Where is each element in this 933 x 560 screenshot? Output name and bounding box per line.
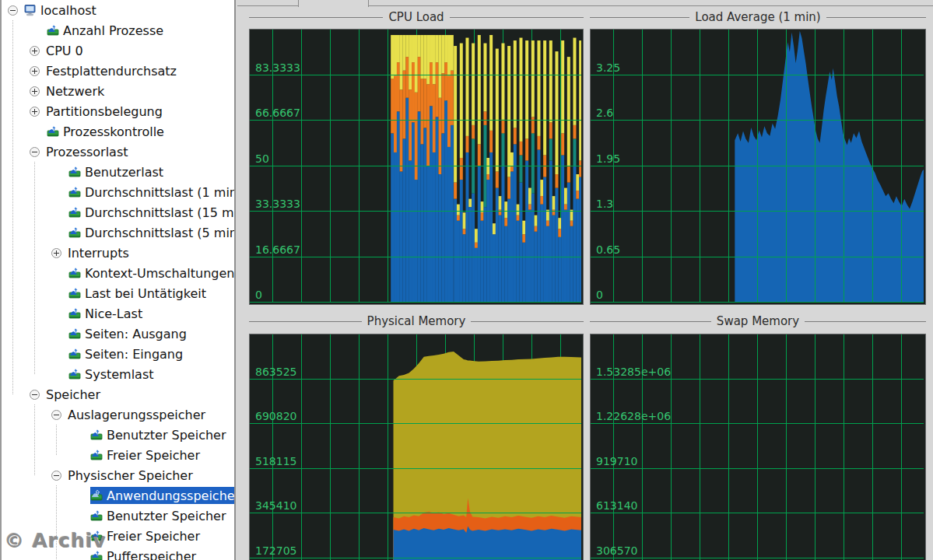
tree-item-durchschnittslast-5-min[interactable]: Durchschnittslast (5 min): [2, 222, 234, 243]
tree-item-interrupts[interactable]: Interrupts: [2, 243, 234, 263]
tree-item-anzahl-prozesse[interactable]: Anzahl Prozesse: [2, 20, 234, 40]
tree-item-benutzter-speicher[interactable]: Benutzter Speicher: [2, 506, 234, 526]
tree-item-label: localhost: [40, 3, 96, 18]
chart-cpu-load[interactable]: 83.333366.66675033.333316.66670: [249, 29, 584, 305]
tree-item-content: Seiten: Ausgang: [68, 325, 234, 342]
chart-title-text: CPU Load: [383, 10, 449, 24]
chart-physical-memory[interactable]: 863525690820518115345410172705: [249, 334, 584, 560]
tree-item-label: Freier Speicher: [107, 448, 200, 463]
collapse-minus-icon[interactable]: [30, 390, 40, 400]
tabbar-line-right: [369, 0, 933, 6]
tree-guide-line: [12, 20, 13, 394]
tree-item-systemlast[interactable]: Systemlast: [2, 364, 234, 384]
tree-item-label: Seiten: Ausgang: [85, 327, 187, 341]
tree-item-content: Netzwerk: [46, 82, 234, 100]
tree-item-localhost[interactable]: localhost: [2, 0, 234, 20]
tree-item-partitionsbelegung[interactable]: Partitionsbelegung: [2, 101, 234, 121]
tree-item-label: Durchschnittslast (15 min): [85, 205, 236, 220]
tree-item-seiten-ausgang[interactable]: Seiten: Ausgang: [2, 324, 234, 344]
load-average-axis-label: 1.3: [596, 198, 613, 210]
tree-item-cpu-0[interactable]: CPU 0: [2, 40, 234, 61]
tree-item-content: Nice-Last: [68, 305, 234, 322]
tree-item-prozesskontrolle[interactable]: Prozesskontrolle: [2, 121, 234, 142]
sensor-chart-icon: [90, 509, 103, 522]
worksheet-tab-selected[interactable]: [299, 0, 368, 7]
sensor-chart-icon: [68, 206, 81, 219]
chart-title-cpu-load: CPU Load: [249, 9, 584, 25]
tree-item-label: Durchschnittslast (1 min): [85, 185, 236, 200]
tree-item-label: Benutzter Speicher: [107, 428, 226, 443]
tree-item-content: Systemlast: [68, 366, 234, 383]
sensor-chart-icon: [68, 368, 81, 380]
tree-item-label: Anzahl Prozesse: [63, 23, 163, 38]
swap-memory-axis-label: 919710: [596, 455, 637, 467]
chart-swap-memory[interactable]: 1.53285e+061.22628e+06919710613140306570: [590, 334, 926, 560]
chart-title-physical-memory: Physical Memory: [249, 313, 584, 329]
tree-item-nice-last[interactable]: Nice-Last: [2, 303, 234, 324]
sensor-chart-icon: [90, 489, 103, 502]
tree-item-seiten-eingang[interactable]: Seiten: Eingang: [2, 344, 234, 364]
tree-item-content: Pufferspeicher: [90, 548, 234, 560]
collapse-minus-icon[interactable]: [8, 5, 18, 16]
panel-splitter[interactable]: [237, 7, 246, 560]
tree-item-label: Kontext-Umschaltungen: [85, 266, 235, 281]
expand-plus-icon[interactable]: [30, 66, 40, 76]
tree-item-label: Nice-Last: [85, 306, 142, 321]
title-rule: [590, 321, 711, 322]
tree-item-kontext-umschaltungen[interactable]: Kontext-Umschaltungen: [2, 263, 234, 283]
tree-item-durchschnittslast-1-min[interactable]: Durchschnittslast (1 min): [2, 182, 234, 202]
collapse-minus-icon[interactable]: [51, 471, 61, 481]
tree-item-content: Freier Speicher: [90, 527, 234, 544]
tree-item-prozessorlast[interactable]: Prozessorlast: [2, 142, 234, 162]
tree-item-freier-speicher[interactable]: Freier Speicher: [2, 445, 234, 465]
tree-item-label: Freier Speicher: [107, 529, 200, 544]
tree-item-netzwerk[interactable]: Netzwerk: [2, 81, 234, 101]
expand-plus-icon[interactable]: [30, 46, 40, 56]
tree-item-label: Systemlast: [85, 367, 154, 382]
tree-item-anwendungsspeicher[interactable]: Anwendungsspeicher: [2, 485, 234, 506]
tree-item-content: CPU 0: [46, 42, 234, 59]
load-average-axis-label: 0.65: [596, 243, 620, 256]
sensor-chart-icon: [68, 226, 81, 239]
tree-item-physischer-speicher[interactable]: Physischer Speicher: [2, 465, 234, 485]
tree-item-label: Speicher: [46, 387, 100, 402]
tabbar-line-left: [237, 0, 298, 6]
chart-title-text: Physical Memory: [362, 314, 472, 328]
sensor-browser-tree: localhostAnzahl ProzesseCPU 0Festplatten…: [0, 0, 236, 560]
sensor-chart-icon: [47, 24, 59, 37]
physical-memory-axis-label: 690820: [255, 410, 296, 422]
sensor-chart-icon: [68, 287, 81, 299]
expand-plus-icon[interactable]: [30, 86, 40, 96]
swap-memory-axis-label: 613140: [596, 499, 637, 512]
sensor-chart-icon: [68, 348, 81, 360]
tree-item-festplattendurchsatz[interactable]: Festplattendurchsatz: [2, 61, 234, 81]
physical-memory-axis-label: 518115: [255, 455, 296, 467]
tree-item-content: Interrupts: [68, 244, 234, 261]
sensor-chart-icon: [90, 429, 103, 441]
title-rule: [805, 321, 926, 322]
tree-item-benutzter-speicher[interactable]: Benutzter Speicher: [2, 425, 234, 445]
sensor-chart-icon: [68, 267, 81, 279]
cpu-load-axis-label: 0: [255, 289, 262, 301]
tree-item-content: Freier Speicher: [90, 446, 234, 464]
tree-item-durchschnittslast-15-min[interactable]: Durchschnittslast (15 min): [2, 202, 234, 222]
title-rule: [249, 17, 383, 18]
cpu-load-axis-label: 83.3333: [255, 61, 300, 74]
collapse-minus-icon[interactable]: [51, 410, 61, 420]
tree-item-label: Partitionsbelegung: [46, 104, 163, 119]
tree-item-label: Seiten: Eingang: [85, 347, 183, 362]
chart-load-average[interactable]: 3.252.61.951.30.650: [590, 29, 926, 305]
expand-plus-icon[interactable]: [30, 107, 40, 117]
tree-item-content: Kontext-Umschaltungen: [68, 264, 235, 282]
expand-plus-icon[interactable]: [51, 248, 61, 258]
title-rule: [471, 321, 584, 322]
tree-item-speicher[interactable]: Speicher: [2, 384, 234, 404]
tree-item-benutzerlast[interactable]: Benutzerlast: [2, 162, 234, 182]
tree-item-label: Pufferspeicher: [107, 549, 196, 560]
tree-item-auslagerungsspeicher[interactable]: Auslagerungsspeicher: [2, 404, 234, 425]
tree-item-content: Benutzter Speicher: [90, 426, 234, 443]
cpu-load-axis-label: 66.6667: [255, 107, 300, 119]
collapse-minus-icon[interactable]: [30, 147, 40, 157]
tree-item-last-bei-unt-tigkeit[interactable]: Last bei Untätigkeit: [2, 283, 234, 303]
tree-item-label: Benutzerlast: [85, 165, 163, 180]
